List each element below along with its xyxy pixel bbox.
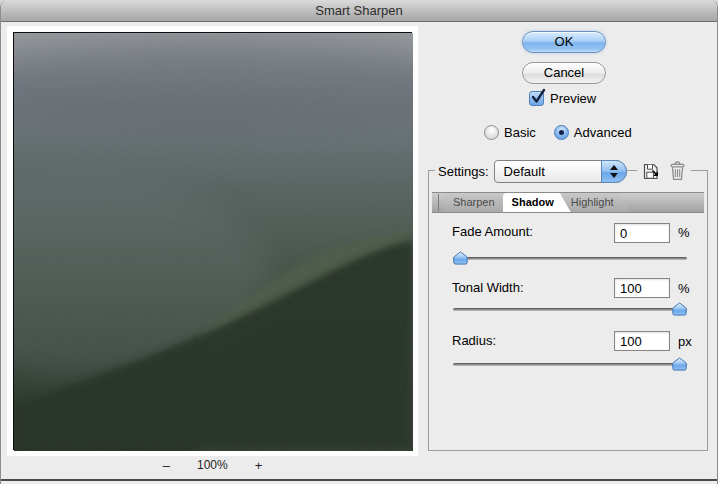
settings-row: Settings: Default [435, 159, 691, 183]
radio-option-advanced[interactable]: Advanced [554, 125, 632, 140]
radius-unit: px [678, 334, 692, 349]
preview-toggle-row: Preview [529, 91, 596, 106]
settings-preset-dropdown[interactable]: Default [494, 160, 627, 183]
zoom-out-button[interactable]: – [163, 458, 170, 473]
preview-checkbox[interactable] [529, 91, 544, 106]
tab-highlight[interactable]: Highlight [562, 193, 631, 212]
title-bar[interactable]: Smart Sharpen [1, 0, 717, 22]
radius-slider[interactable] [453, 356, 687, 372]
tonal-width-label: Tonal Width: [452, 280, 524, 295]
preview-zoom-controls: – 100% + [7, 456, 418, 474]
advanced-radio-label: Advanced [574, 125, 632, 140]
tab-sharpen[interactable]: Sharpen [444, 193, 512, 212]
zoom-level-label: 100% [197, 458, 228, 472]
checkmark-icon [529, 87, 548, 106]
zoom-in-button[interactable]: + [255, 458, 263, 473]
smart-sharpen-dialog: Smart Sharpen [0, 0, 718, 484]
tonal-width-input[interactable] [614, 278, 670, 298]
cancel-button[interactable]: Cancel [522, 62, 606, 84]
tab-strip-divider [438, 194, 439, 211]
radius-input[interactable] [614, 331, 670, 351]
radio-option-basic[interactable]: Basic [484, 125, 536, 140]
fade-amount-unit: % [678, 225, 690, 240]
fade-amount-label: Fade Amount: [452, 224, 533, 239]
ok-button[interactable]: OK [522, 31, 606, 53]
tab-strip: Sharpen Shadow Highlight [432, 192, 704, 213]
preview-checkbox-label: Preview [550, 91, 596, 106]
radius-slider-thumb[interactable] [672, 357, 687, 371]
tonal-width-slider[interactable] [453, 301, 687, 317]
up-down-arrows-icon[interactable] [601, 160, 627, 183]
fade-amount-slider-thumb[interactable] [453, 251, 468, 265]
save-preset-icon[interactable] [642, 162, 661, 181]
settings-group: Settings: Default [428, 170, 708, 451]
mountain-photo [14, 33, 413, 451]
basic-radio-label: Basic [504, 125, 536, 140]
slider-track [453, 257, 687, 260]
tab-shadow[interactable]: Shadow [503, 193, 571, 212]
radius-label: Radius: [452, 333, 496, 348]
tonal-width-slider-thumb[interactable] [672, 302, 687, 316]
dialog-title: Smart Sharpen [315, 3, 402, 18]
fade-amount-slider[interactable] [453, 250, 687, 266]
advanced-radio[interactable] [554, 125, 569, 140]
mode-radio-group: Basic Advanced [484, 125, 650, 140]
trash-icon[interactable] [669, 161, 686, 181]
basic-radio[interactable] [484, 125, 499, 140]
tonal-width-unit: % [678, 281, 690, 296]
preview-well [7, 26, 418, 456]
preset-icon-group [637, 161, 691, 181]
fade-amount-input[interactable] [614, 223, 670, 243]
down-arrow-icon [610, 173, 618, 178]
slider-track [453, 308, 687, 311]
up-arrow-icon [610, 165, 618, 170]
window-bottom-edge [1, 479, 717, 481]
settings-label: Settings: [435, 164, 494, 179]
slider-track [453, 363, 687, 366]
preview-image[interactable] [13, 32, 412, 450]
